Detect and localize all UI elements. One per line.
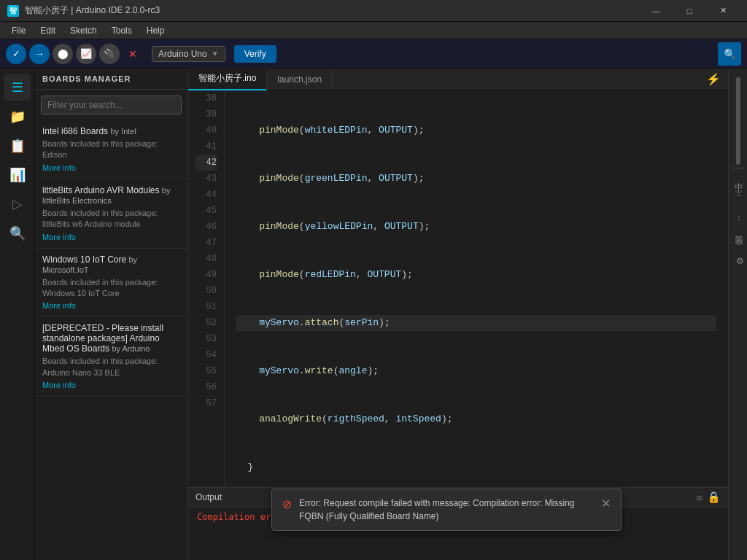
sidebar-icon-menu[interactable]: ☰	[4, 74, 31, 101]
minimize-button[interactable]: —	[639, 0, 673, 22]
output-title: Output	[196, 492, 222, 502]
search-button[interactable]: 🔍	[718, 42, 741, 66]
board-entry-name: Intel i686 Boards by Intel	[42, 126, 180, 136]
output-actions: ≡ 🔒	[696, 491, 721, 504]
board-entry-win10iot: Windows 10 IoT Core by Microsoft.IoT Boa…	[35, 249, 187, 318]
sidebar-icon-library[interactable]: 📊	[4, 162, 31, 188]
board-entry-littlebits: littleBits Arduino AVR Modules by little…	[35, 179, 187, 249]
error-toast-text: Error: Request compile failed with messa…	[299, 497, 594, 523]
sidebar-icon-boards[interactable]: 📋	[4, 133, 31, 159]
boards-search-input[interactable]	[41, 96, 182, 114]
sidebar-icon-debug[interactable]: ▷	[4, 191, 31, 217]
titlebar: 智 智能小房子 | Arduino IDE 2.0.0-rc3 — □ ✕	[0, 0, 747, 22]
app-icon: 智	[7, 5, 19, 17]
sidebar-icon-files[interactable]: 📁	[4, 104, 31, 130]
toolbar-right: 🔍	[718, 42, 741, 66]
right-btn-emoji[interactable]: ☺	[730, 233, 746, 252]
serial-monitor-button[interactable]: 🔌	[99, 44, 120, 64]
board-name: Arduino Uno	[158, 49, 207, 59]
right-btn-paren[interactable]: ）	[730, 180, 746, 189]
editor-area: 智能小房子.ino launch.json ⚡ 38 39 40 41 42 4…	[188, 69, 728, 560]
menu-file[interactable]: File	[4, 24, 33, 37]
menu-edit[interactable]: Edit	[33, 24, 63, 37]
toolbar: ✓ → ⬤ 📈 🔌 ✕ Arduino Uno ▼ Verify 🔍	[0, 39, 747, 69]
board-dropdown-arrow: ▼	[212, 50, 219, 58]
board-entry-name4: [DEPRECATED - Please install standalone …	[42, 323, 180, 354]
verify-button-icon[interactable]: ✓	[6, 44, 26, 64]
debug-button[interactable]: ⬤	[53, 44, 73, 64]
output-menu-button[interactable]: ≡	[696, 491, 703, 504]
board-entry-name3: Windows 10 IoT Core by Microsoft.IoT	[42, 254, 180, 275]
menu-help[interactable]: Help	[139, 24, 172, 37]
right-divider	[732, 168, 745, 168]
code-editor[interactable]: 38 39 40 41 42 43 44 45 46 47 48 49 50 5…	[188, 90, 728, 487]
right-btn-chinese[interactable]: 中	[730, 171, 746, 180]
menubar: File Edit Sketch Tools Help	[0, 22, 747, 39]
right-btn-comma[interactable]: ，	[730, 189, 746, 206]
board-more-info-intel[interactable]: More info	[42, 163, 76, 172]
boards-panel: BOARDS MANAGER Intel i686 Boards by Inte…	[35, 69, 188, 560]
maximize-button[interactable]: □	[673, 0, 706, 22]
tab-bar: 智能小房子.ino launch.json ⚡	[188, 69, 728, 90]
split-editor-button[interactable]: ⚡	[703, 71, 724, 88]
boards-list: Intel i686 Boards by Intel Boards includ…	[35, 120, 187, 560]
close-button[interactable]: ✕	[706, 0, 740, 22]
code-content[interactable]: pinMode(whiteLEDPin, OUTPUT); pinMode(gr…	[225, 90, 728, 487]
error-toast: ⊘ Error: Request compile failed with mes…	[271, 489, 622, 531]
board-entry-name2: littleBits Arduino AVR Modules by little…	[42, 185, 180, 206]
upload-button[interactable]: →	[29, 44, 50, 64]
board-selector[interactable]: Arduino Uno ▼	[152, 46, 225, 62]
window-title: 智能小房子 | Arduino IDE 2.0.0-rc3	[25, 4, 639, 17]
board-entry-intel: Intel i686 Boards by Intel Boards includ…	[35, 120, 187, 179]
tab-launch-json[interactable]: launch.json	[267, 70, 333, 89]
board-entry-mbed: [DEPRECATED - Please install standalone …	[35, 317, 187, 397]
right-panel: 中 ） ， ； 简 ☺ ⚙	[728, 69, 747, 560]
right-btn-semicolon[interactable]: ；	[730, 206, 746, 224]
board-more-info-mbed[interactable]: More info	[42, 381, 76, 389]
tab-actions: ⚡	[699, 71, 728, 88]
menu-sketch[interactable]: Sketch	[63, 24, 104, 37]
board-more-info-win10iot[interactable]: More info	[42, 301, 76, 310]
tab-main-ino[interactable]: 智能小房子.ino	[188, 68, 267, 90]
window-controls: — □ ✕	[639, 0, 740, 22]
right-btn-simplified[interactable]: 简	[730, 224, 746, 233]
verify-compile-button[interactable]: Verify	[234, 45, 276, 63]
error-toast-close-button[interactable]: ✕	[601, 497, 611, 510]
sidebar-icons: ☰ 📁 📋 📊 ▷ 🔍	[0, 69, 35, 560]
serial-plotter-button[interactable]: 📈	[76, 44, 96, 64]
close-tab-button[interactable]: ✕	[123, 44, 143, 64]
boards-panel-title: BOARDS MANAGER	[35, 69, 187, 90]
right-scrollbar[interactable]	[736, 77, 740, 165]
main-area: ☰ 📁 📋 📊 ▷ 🔍 BOARDS MANAGER Intel i686 Bo…	[0, 69, 747, 560]
board-more-info-littlebits[interactable]: More info	[42, 233, 76, 241]
right-btn-settings[interactable]: ⚙	[730, 252, 746, 271]
output-lock-button[interactable]: 🔒	[707, 491, 721, 504]
error-toast-icon: ⊘	[282, 497, 292, 511]
line-numbers: 38 39 40 41 42 43 44 45 46 47 48 49 50 5…	[188, 90, 225, 487]
sidebar-icon-search[interactable]: 🔍	[4, 220, 31, 246]
menu-tools[interactable]: Tools	[104, 24, 139, 37]
